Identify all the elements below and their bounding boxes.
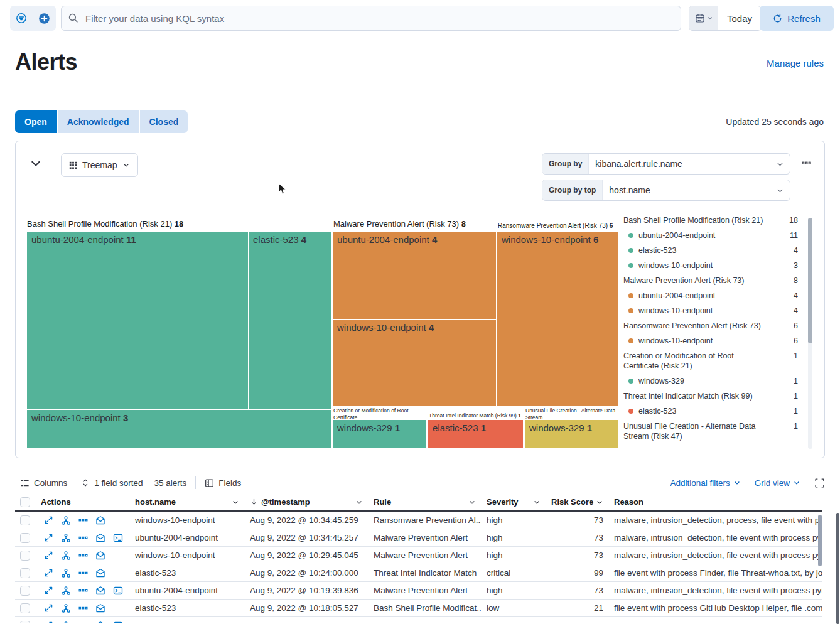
row-checkbox[interactable]	[20, 586, 30, 596]
expand-alert-icon[interactable]	[44, 586, 53, 595]
column-header-host-name[interactable]: host.name	[129, 493, 244, 510]
cell-reason: malware, intrusion_detection, process, f…	[608, 515, 822, 525]
treemap-cell[interactable]: windows-10-endpoint 4	[333, 320, 496, 406]
row-checkbox[interactable]	[20, 533, 30, 543]
kql-search-input[interactable]	[61, 6, 681, 31]
legend-item[interactable]: windows-10-endpoint6	[623, 333, 798, 348]
open-session-view-icon[interactable]	[113, 621, 123, 624]
investigate-in-timeline-icon[interactable]	[95, 551, 105, 561]
analyze-event-icon[interactable]	[61, 533, 71, 543]
treemap-cell[interactable]: windows-329 1	[525, 420, 618, 448]
legend-group[interactable]: Threat Intel Indicator Match (Risk 99)1	[623, 389, 798, 404]
column-actions-icon[interactable]	[232, 498, 239, 506]
legend-item[interactable]: elastic-5234	[623, 243, 798, 258]
analyze-event-icon[interactable]	[61, 515, 71, 525]
sorted-fields-button[interactable]: 1 field sorted	[81, 478, 143, 488]
treemap-cell[interactable]: ubuntu-2004-endpoint 11	[27, 232, 248, 409]
treemap-cell[interactable]: windows-329 1	[333, 420, 426, 448]
row-checkbox[interactable]	[20, 621, 30, 624]
add-filter-button[interactable]	[33, 6, 55, 31]
investigate-in-timeline-icon[interactable]	[95, 603, 105, 613]
panel-collapse-toggle[interactable]	[30, 158, 42, 170]
row-checkbox[interactable]	[20, 551, 30, 561]
legend-group[interactable]: Creation or Modification of Root Certifi…	[623, 348, 798, 374]
expand-alert-icon[interactable]	[44, 515, 53, 525]
legend-group[interactable]: Malware Prevention Alert (Risk 73)8	[623, 273, 798, 288]
treemap-cell[interactable]: ubuntu-2004-endpoint 4	[333, 232, 496, 319]
column-actions-icon[interactable]	[596, 498, 603, 506]
open-session-view-icon[interactable]	[113, 533, 123, 543]
treemap-cell[interactable]: elastic-523 4	[249, 232, 331, 409]
group-by-top-select[interactable]: host.name	[603, 180, 776, 200]
legend-item[interactable]: elastic-5231	[623, 404, 798, 419]
open-session-view-icon[interactable]	[113, 586, 123, 596]
more-actions-icon[interactable]	[78, 533, 88, 542]
more-actions-icon[interactable]	[78, 603, 88, 613]
chart-type-select[interactable]: Treemap	[61, 153, 138, 177]
more-actions-icon[interactable]	[78, 515, 88, 525]
analyze-event-icon[interactable]	[61, 621, 71, 624]
legend-group[interactable]: Ransomware Prevention Alert (Risk 73)6	[623, 318, 798, 333]
manage-rules-link[interactable]: Manage rules	[767, 58, 824, 68]
refresh-button[interactable]: Refresh	[760, 6, 834, 31]
legend-item[interactable]: windows-3291	[623, 374, 798, 389]
legend-item[interactable]: ubuntu-2004-endpoint4	[623, 288, 798, 303]
row-checkbox[interactable]	[20, 568, 30, 578]
legend-item[interactable]: windows-10-endpoint4	[623, 303, 798, 318]
additional-filters-button[interactable]: Additional filters	[670, 478, 740, 488]
legend-scrollbar-thumb[interactable]	[808, 218, 812, 343]
investigate-in-timeline-icon[interactable]	[95, 568, 105, 578]
column-header--timestamp[interactable]: @timestamp	[244, 493, 368, 510]
investigate-in-timeline-icon[interactable]	[95, 533, 105, 543]
fields-button[interactable]: Fields	[205, 478, 241, 488]
expand-alert-icon[interactable]	[44, 603, 53, 613]
more-actions-icon[interactable]	[78, 586, 88, 595]
saved-query-menu-button[interactable]	[10, 6, 33, 31]
investigate-in-timeline-icon[interactable]	[95, 621, 105, 624]
expand-alert-icon[interactable]	[44, 551, 53, 560]
treemap-cell[interactable]: elastic-523 1	[428, 420, 523, 448]
page-scrollbar-thumb[interactable]	[836, 513, 839, 624]
treemap-cell[interactable]: windows-10-endpoint 3	[27, 410, 331, 448]
legend-group[interactable]: Bash Shell Profile Modification (Risk 21…	[623, 213, 798, 228]
more-actions-icon[interactable]	[78, 621, 88, 623]
column-actions-icon[interactable]	[355, 498, 363, 506]
legend-item[interactable]: ubuntu-2004-endpoint11	[623, 228, 798, 243]
analyze-event-icon[interactable]	[61, 603, 71, 613]
legend-item[interactable]: windows-10-endpoint3	[623, 258, 798, 273]
column-actions-icon[interactable]	[468, 498, 476, 506]
date-picker-menu-button[interactable]	[689, 6, 718, 30]
group-by-select[interactable]: kibana.alert.rule.name	[589, 154, 776, 174]
expand-alert-icon[interactable]	[44, 621, 53, 623]
analyze-event-icon[interactable]	[61, 551, 71, 561]
investigate-in-timeline-icon[interactable]	[95, 586, 105, 596]
analyze-event-icon[interactable]	[61, 568, 71, 578]
column-actions-icon[interactable]	[533, 498, 541, 506]
expand-alert-icon[interactable]	[44, 568, 53, 578]
grid-scrollbar-thumb[interactable]	[818, 515, 822, 566]
column-header-rule[interactable]: Rule	[368, 493, 481, 510]
date-quick-select-today[interactable]: Today	[718, 6, 761, 30]
cell-reason: file event with process Finder, file Thr…	[608, 568, 822, 578]
column-header-reason[interactable]: Reason	[608, 493, 822, 510]
investigate-in-timeline-icon[interactable]	[95, 515, 105, 525]
legend-group[interactable]: Unusual File Creation - Alternate Data S…	[623, 419, 798, 444]
grid-view-button[interactable]: Grid view	[755, 478, 800, 488]
panel-options-button[interactable]	[798, 156, 814, 169]
analyze-event-icon[interactable]	[61, 586, 71, 596]
row-checkbox[interactable]	[20, 515, 30, 525]
column-header-severity[interactable]: Severity	[481, 493, 546, 510]
columns-button[interactable]: Columns	[20, 478, 67, 488]
column-header-risk-score[interactable]: Risk Score	[546, 493, 608, 510]
search-icon	[68, 13, 78, 23]
select-all-checkbox[interactable]	[20, 497, 30, 507]
more-actions-icon[interactable]	[78, 551, 88, 560]
fullscreen-button[interactable]	[814, 478, 825, 488]
treemap-cell[interactable]: windows-10-endpoint 6	[497, 232, 618, 406]
tab-open[interactable]: Open	[15, 110, 57, 133]
row-checkbox[interactable]	[20, 603, 30, 613]
tab-closed[interactable]: Closed	[140, 110, 188, 133]
more-actions-icon[interactable]	[78, 568, 88, 578]
expand-alert-icon[interactable]	[44, 533, 53, 542]
tab-acknowledged[interactable]: Acknowledged	[58, 110, 139, 133]
